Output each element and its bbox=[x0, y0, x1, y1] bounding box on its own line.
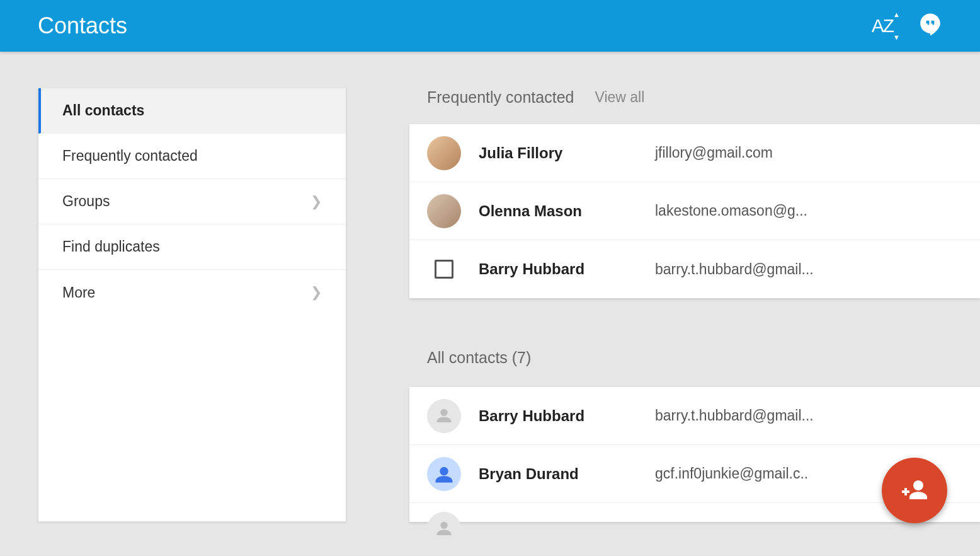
contact-email: barry.t.hubbard@gmail... bbox=[655, 261, 814, 278]
contact-email: lakestone.omason@g... bbox=[655, 202, 807, 219]
contact-row[interactable]: Barry Hubbard barry.t.hubbard@gmail... bbox=[409, 240, 980, 298]
chevron-right-icon: ❯ bbox=[311, 284, 322, 301]
svg-point-3 bbox=[913, 480, 923, 490]
avatar bbox=[427, 194, 461, 228]
contact-row[interactable]: Barry Hubbard barry.t.hubbard@gmail... bbox=[409, 387, 980, 445]
all-contacts-title: All contacts (7) bbox=[409, 349, 980, 387]
sidebar-item-label: All contacts bbox=[62, 102, 144, 119]
add-contact-button[interactable] bbox=[882, 458, 947, 523]
hangouts-icon[interactable] bbox=[918, 13, 942, 39]
svg-point-2 bbox=[440, 522, 447, 529]
avatar-icon bbox=[427, 457, 461, 491]
contact-email: barry.t.hubbard@gmail... bbox=[655, 407, 814, 424]
sidebar-item-label: Frequently contacted bbox=[62, 148, 198, 165]
page-title: Contacts bbox=[38, 13, 127, 39]
sidebar-item-label: More bbox=[62, 284, 95, 301]
sidebar-item-more[interactable]: More ❯ bbox=[38, 270, 346, 315]
frequent-title: Frequently contacted bbox=[427, 88, 574, 107]
contact-name: Barry Hubbard bbox=[479, 260, 655, 278]
avatar bbox=[427, 136, 461, 170]
sidebar-item-label: Find duplicates bbox=[62, 238, 160, 255]
sidebar-item-find-duplicates[interactable]: Find duplicates bbox=[38, 224, 346, 270]
sidebar-item-label: Groups bbox=[62, 193, 110, 210]
main-content: Frequently contacted View all Julia Fill… bbox=[409, 88, 980, 522]
contact-name: Barry Hubbard bbox=[479, 407, 655, 425]
svg-point-1 bbox=[440, 466, 448, 475]
frequent-section-header: Frequently contacted View all bbox=[409, 88, 980, 124]
contact-row[interactable]: Julia Fillory jfillory@gmail.com bbox=[409, 124, 980, 182]
sidebar-item-groups[interactable]: Groups ❯ bbox=[38, 179, 346, 224]
view-all-link[interactable]: View all bbox=[595, 89, 644, 106]
sort-az-icon[interactable]: AZ▲▼ bbox=[872, 15, 893, 37]
app-header: Contacts AZ▲▼ bbox=[0, 0, 980, 52]
avatar-placeholder-icon bbox=[427, 512, 461, 546]
contact-row[interactable]: Olenna Mason lakestone.omason@g... bbox=[409, 182, 980, 240]
contact-name: Bryan Durand bbox=[479, 465, 655, 483]
header-actions: AZ▲▼ bbox=[872, 13, 942, 39]
contact-email: jfillory@gmail.com bbox=[655, 144, 773, 161]
avatar-placeholder-icon bbox=[427, 399, 461, 433]
frequent-contact-list: Julia Fillory jfillory@gmail.com Olenna … bbox=[409, 124, 980, 298]
contact-email: gcf.inf0junkie@gmail.c.. bbox=[655, 465, 808, 482]
contact-name: Olenna Mason bbox=[479, 202, 655, 220]
sidebar-item-all-contacts[interactable]: All contacts bbox=[38, 88, 346, 134]
sidebar: All contacts Frequently contacted Groups… bbox=[38, 88, 346, 522]
contact-name: Julia Fillory bbox=[479, 144, 655, 162]
chevron-right-icon: ❯ bbox=[311, 194, 322, 210]
select-checkbox[interactable] bbox=[435, 260, 453, 279]
svg-point-0 bbox=[440, 408, 447, 415]
sidebar-item-frequently-contacted[interactable]: Frequently contacted bbox=[38, 134, 346, 179]
